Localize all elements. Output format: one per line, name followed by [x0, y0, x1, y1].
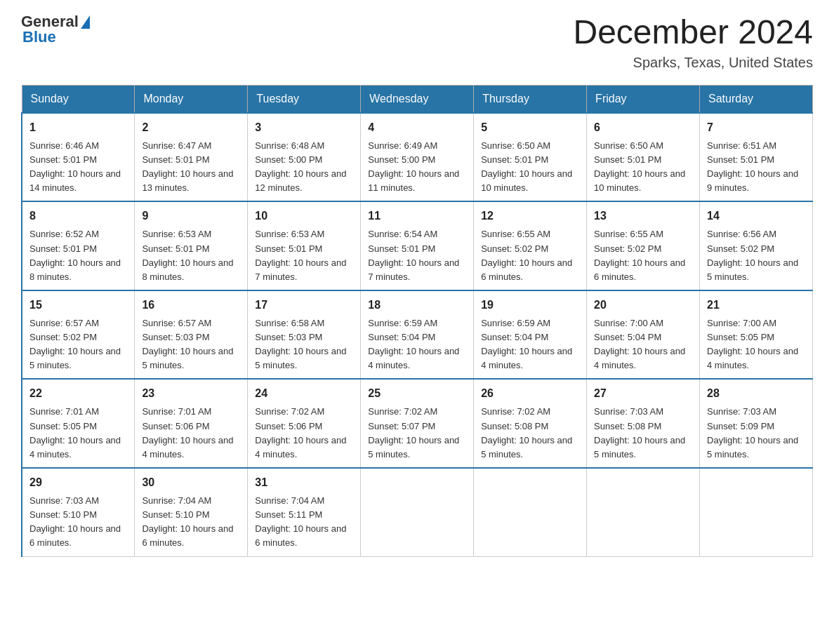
- day-info: Sunrise: 7:02 AMSunset: 5:06 PMDaylight:…: [255, 405, 353, 462]
- calendar-cell: 9Sunrise: 6:53 AMSunset: 5:01 PMDaylight…: [135, 201, 248, 290]
- day-info: Sunrise: 7:01 AMSunset: 5:06 PMDaylight:…: [142, 405, 240, 462]
- day-number: 31: [255, 474, 353, 491]
- day-number: 6: [594, 119, 692, 136]
- calendar-cell: 1Sunrise: 6:46 AMSunset: 5:01 PMDaylight…: [22, 113, 135, 202]
- day-info: Sunrise: 6:46 AMSunset: 5:01 PMDaylight:…: [29, 139, 127, 196]
- day-info: Sunrise: 6:57 AMSunset: 5:03 PMDaylight:…: [142, 316, 240, 373]
- day-number: 26: [481, 385, 579, 402]
- calendar-cell: 16Sunrise: 6:57 AMSunset: 5:03 PMDayligh…: [135, 290, 248, 380]
- calendar-cell: 7Sunrise: 6:51 AMSunset: 5:01 PMDaylight…: [700, 113, 813, 202]
- calendar-cell: 14Sunrise: 6:56 AMSunset: 5:02 PMDayligh…: [700, 201, 813, 290]
- day-number: 12: [481, 208, 579, 224]
- calendar-cell: 6Sunrise: 6:50 AMSunset: 5:01 PMDaylight…: [587, 113, 700, 202]
- day-number: 7: [707, 119, 805, 136]
- week-row-4: 22Sunrise: 7:01 AMSunset: 5:05 PMDayligh…: [22, 379, 813, 468]
- day-header-friday: Friday: [587, 85, 700, 113]
- day-info: Sunrise: 6:50 AMSunset: 5:01 PMDaylight:…: [594, 139, 692, 196]
- day-info: Sunrise: 6:58 AMSunset: 5:03 PMDaylight:…: [255, 316, 353, 373]
- calendar-title: December 2024: [573, 14, 813, 51]
- day-header-tuesday: Tuesday: [248, 85, 361, 113]
- day-info: Sunrise: 6:47 AMSunset: 5:01 PMDaylight:…: [142, 139, 240, 196]
- week-row-2: 8Sunrise: 6:52 AMSunset: 5:01 PMDaylight…: [22, 201, 813, 290]
- calendar-cell: 20Sunrise: 7:00 AMSunset: 5:04 PMDayligh…: [587, 290, 700, 380]
- day-info: Sunrise: 6:59 AMSunset: 5:04 PMDaylight:…: [368, 316, 466, 373]
- logo-blue-text: Blue: [22, 29, 90, 45]
- day-info: Sunrise: 6:51 AMSunset: 5:01 PMDaylight:…: [707, 139, 805, 196]
- day-number: 23: [142, 385, 240, 402]
- day-number: 1: [29, 119, 127, 136]
- title-area: December 2024 Sparks, Texas, United Stat…: [573, 14, 813, 71]
- day-info: Sunrise: 6:50 AMSunset: 5:01 PMDaylight:…: [481, 139, 579, 196]
- calendar-cell: 29Sunrise: 7:03 AMSunset: 5:10 PMDayligh…: [22, 468, 135, 556]
- logo-general-text: General: [21, 14, 79, 29]
- day-number: 3: [255, 119, 353, 136]
- day-info: Sunrise: 6:52 AMSunset: 5:01 PMDaylight:…: [29, 227, 127, 284]
- calendar-cell: 25Sunrise: 7:02 AMSunset: 5:07 PMDayligh…: [361, 379, 474, 468]
- calendar-cell: 11Sunrise: 6:54 AMSunset: 5:01 PMDayligh…: [361, 201, 474, 290]
- day-number: 30: [142, 474, 240, 491]
- day-info: Sunrise: 7:00 AMSunset: 5:04 PMDaylight:…: [594, 316, 692, 373]
- calendar-cell: [587, 468, 700, 556]
- day-number: 15: [29, 297, 127, 314]
- calendar-cell: 31Sunrise: 7:04 AMSunset: 5:11 PMDayligh…: [248, 468, 361, 556]
- day-number: 28: [707, 385, 805, 402]
- day-info: Sunrise: 6:53 AMSunset: 5:01 PMDaylight:…: [255, 227, 353, 284]
- day-header-saturday: Saturday: [700, 85, 813, 113]
- day-info: Sunrise: 6:55 AMSunset: 5:02 PMDaylight:…: [481, 227, 579, 284]
- calendar-cell: 23Sunrise: 7:01 AMSunset: 5:06 PMDayligh…: [135, 379, 248, 468]
- day-header-thursday: Thursday: [474, 85, 587, 113]
- calendar-cell: 21Sunrise: 7:00 AMSunset: 5:05 PMDayligh…: [700, 290, 813, 380]
- day-info: Sunrise: 7:00 AMSunset: 5:05 PMDaylight:…: [707, 316, 805, 373]
- day-info: Sunrise: 7:03 AMSunset: 5:08 PMDaylight:…: [594, 405, 692, 462]
- day-number: 29: [29, 474, 127, 491]
- day-number: 5: [481, 119, 579, 136]
- day-number: 9: [142, 208, 240, 224]
- week-row-1: 1Sunrise: 6:46 AMSunset: 5:01 PMDaylight…: [22, 113, 813, 202]
- calendar-cell: 8Sunrise: 6:52 AMSunset: 5:01 PMDaylight…: [22, 201, 135, 290]
- calendar-cell: [700, 468, 813, 556]
- calendar-cell: 10Sunrise: 6:53 AMSunset: 5:01 PMDayligh…: [248, 201, 361, 290]
- day-header-monday: Monday: [135, 85, 248, 113]
- day-number: 4: [368, 119, 466, 136]
- day-number: 11: [368, 208, 466, 224]
- day-info: Sunrise: 6:56 AMSunset: 5:02 PMDaylight:…: [707, 227, 805, 284]
- day-info: Sunrise: 6:54 AMSunset: 5:01 PMDaylight:…: [368, 227, 466, 284]
- header-row: SundayMondayTuesdayWednesdayThursdayFrid…: [22, 85, 813, 113]
- day-info: Sunrise: 7:03 AMSunset: 5:10 PMDaylight:…: [29, 494, 127, 551]
- day-info: Sunrise: 7:02 AMSunset: 5:07 PMDaylight:…: [368, 405, 466, 462]
- calendar-cell: 18Sunrise: 6:59 AMSunset: 5:04 PMDayligh…: [361, 290, 474, 380]
- day-number: 2: [142, 119, 240, 136]
- logo: General Blue: [21, 14, 90, 45]
- day-number: 25: [368, 385, 466, 402]
- day-number: 20: [594, 297, 692, 314]
- day-info: Sunrise: 6:57 AMSunset: 5:02 PMDaylight:…: [29, 316, 127, 373]
- day-number: 22: [29, 385, 127, 402]
- calendar-cell: 28Sunrise: 7:03 AMSunset: 5:09 PMDayligh…: [700, 379, 813, 468]
- day-info: Sunrise: 6:48 AMSunset: 5:00 PMDaylight:…: [255, 139, 353, 196]
- calendar-cell: 15Sunrise: 6:57 AMSunset: 5:02 PMDayligh…: [22, 290, 135, 380]
- logo-triangle-icon: [81, 15, 90, 29]
- day-info: Sunrise: 6:53 AMSunset: 5:01 PMDaylight:…: [142, 227, 240, 284]
- day-number: 27: [594, 385, 692, 402]
- calendar-cell: 2Sunrise: 6:47 AMSunset: 5:01 PMDaylight…: [135, 113, 248, 202]
- calendar-cell: 13Sunrise: 6:55 AMSunset: 5:02 PMDayligh…: [587, 201, 700, 290]
- calendar-cell: 19Sunrise: 6:59 AMSunset: 5:04 PMDayligh…: [474, 290, 587, 380]
- day-header-sunday: Sunday: [22, 85, 135, 113]
- calendar-table: SundayMondayTuesdayWednesdayThursdayFrid…: [21, 85, 813, 557]
- day-header-wednesday: Wednesday: [361, 85, 474, 113]
- calendar-cell: 27Sunrise: 7:03 AMSunset: 5:08 PMDayligh…: [587, 379, 700, 468]
- day-number: 14: [707, 208, 805, 224]
- day-number: 18: [368, 297, 466, 314]
- calendar-cell: 17Sunrise: 6:58 AMSunset: 5:03 PMDayligh…: [248, 290, 361, 380]
- calendar-cell: 24Sunrise: 7:02 AMSunset: 5:06 PMDayligh…: [248, 379, 361, 468]
- day-info: Sunrise: 7:03 AMSunset: 5:09 PMDaylight:…: [707, 405, 805, 462]
- calendar-cell: 12Sunrise: 6:55 AMSunset: 5:02 PMDayligh…: [474, 201, 587, 290]
- day-info: Sunrise: 7:04 AMSunset: 5:10 PMDaylight:…: [142, 494, 240, 551]
- day-number: 24: [255, 385, 353, 402]
- day-info: Sunrise: 6:55 AMSunset: 5:02 PMDaylight:…: [594, 227, 692, 284]
- week-row-3: 15Sunrise: 6:57 AMSunset: 5:02 PMDayligh…: [22, 290, 813, 380]
- day-info: Sunrise: 6:49 AMSunset: 5:00 PMDaylight:…: [368, 139, 466, 196]
- day-info: Sunrise: 7:01 AMSunset: 5:05 PMDaylight:…: [29, 405, 127, 462]
- day-number: 10: [255, 208, 353, 224]
- week-row-5: 29Sunrise: 7:03 AMSunset: 5:10 PMDayligh…: [22, 468, 813, 556]
